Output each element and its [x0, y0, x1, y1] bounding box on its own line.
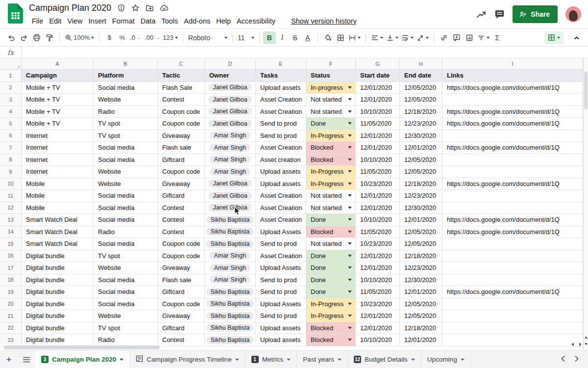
owner-cell[interactable]: Janet Gilboa: [205, 202, 256, 214]
row-number[interactable]: 6: [0, 130, 22, 142]
font-size-select[interactable]: 11: [236, 31, 256, 44]
status-cell[interactable]: In-Progress: [306, 166, 356, 178]
campaign-cell[interactable]: Digital bundle: [22, 250, 94, 263]
end-cell[interactable]: 12/05/2020: [400, 154, 442, 166]
row-number[interactable]: 1: [0, 70, 22, 82]
all-sheets-button[interactable]: [18, 351, 35, 368]
end-cell[interactable]: 12/23/2020: [400, 262, 442, 274]
tasks-cell[interactable]: Send to prod: [256, 274, 306, 287]
tasks-cell[interactable]: Asset Creation: [256, 94, 306, 106]
platform-cell[interactable]: Social media: [94, 238, 158, 250]
link-cell[interactable]: [442, 250, 583, 263]
tactic-cell[interactable]: Giveaway: [158, 130, 205, 142]
fill-color-button[interactable]: [321, 31, 334, 44]
end-cell[interactable]: 12/05/2020: [400, 226, 442, 238]
vertical-scrollbar-thumb[interactable]: [584, 71, 588, 109]
header-cell-tactic[interactable]: Tactic: [158, 70, 205, 82]
status-cell[interactable]: Blocked: [306, 334, 356, 346]
start-cell[interactable]: 11/05/2020: [356, 286, 400, 298]
status-cell[interactable]: Done: [306, 262, 356, 274]
formula-input[interactable]: [22, 47, 588, 58]
format-currency-button[interactable]: $: [103, 31, 116, 44]
tasks-cell[interactable]: Send to prod: [256, 118, 306, 130]
start-cell[interactable]: 12/01/2020: [356, 322, 400, 335]
campaign-cell[interactable]: Digital bundle: [22, 298, 94, 311]
menu-addons[interactable]: Add-ons: [181, 16, 213, 26]
increase-decimal-button[interactable]: .00→: [143, 31, 161, 44]
platform-cell[interactable]: Social media: [94, 298, 158, 311]
status-dropdown-icon[interactable]: [348, 255, 352, 257]
link-cell[interactable]: [442, 202, 583, 214]
owner-cell[interactable]: Sikhu Baptista: [205, 286, 256, 298]
font-family-select[interactable]: Roboto: [187, 31, 229, 44]
start-cell[interactable]: 10/10/2020: [356, 214, 400, 226]
owner-cell[interactable]: Janet Gilboa: [205, 190, 256, 202]
link-cell[interactable]: [442, 334, 583, 346]
text-color-button[interactable]: A: [301, 31, 314, 44]
column-header-C[interactable]: C: [158, 58, 205, 70]
tactic-cell[interactable]: Giftcard: [158, 154, 205, 166]
end-cell[interactable]: 12/23/2020: [400, 118, 442, 130]
status-dropdown-icon[interactable]: [348, 122, 352, 125]
owner-chip[interactable]: Janet Gilboa: [208, 83, 251, 91]
menu-data[interactable]: Data: [138, 16, 159, 26]
tasks-cell[interactable]: Asset Creation: [256, 202, 306, 214]
tasks-cell[interactable]: Upload Assets: [256, 262, 306, 274]
owner-cell[interactable]: Amar Singh: [205, 142, 256, 154]
tasks-cell[interactable]: Upload assets: [256, 166, 306, 178]
owner-chip[interactable]: Sikhu Baptista: [206, 324, 254, 332]
end-cell[interactable]: 12/01/2020: [400, 142, 442, 154]
end-cell[interactable]: 12/30/2020: [400, 130, 442, 142]
campaign-cell[interactable]: Digital bundle: [22, 310, 94, 322]
tab-menu-caret-icon[interactable]: [287, 359, 291, 361]
tactic-cell[interactable]: Flash sale: [158, 142, 205, 154]
start-cell[interactable]: 10/10/2020: [356, 334, 400, 346]
bold-button[interactable]: B: [263, 31, 276, 44]
start-cell[interactable]: 11/05/2020: [356, 166, 400, 178]
header-cell-status[interactable]: Status: [306, 70, 356, 82]
end-cell[interactable]: 12/18/2020: [400, 322, 442, 335]
end-cell[interactable]: 12/01/2020: [400, 286, 442, 298]
status-dropdown-icon[interactable]: [348, 207, 352, 209]
menu-edit[interactable]: Edit: [46, 16, 64, 26]
status-cell[interactable]: In-Progress: [306, 310, 356, 322]
tasks-cell[interactable]: Upload Assets: [256, 226, 306, 238]
sheet-tab-campaign-progress-timeline[interactable]: Campaign Progress Timeline: [130, 351, 245, 368]
start-cell[interactable]: 12/01/2020: [356, 142, 400, 154]
tactic-cell[interactable]: Contest: [158, 94, 205, 106]
start-cell[interactable]: 10/10/2020: [356, 274, 400, 287]
italic-button[interactable]: I: [276, 31, 289, 44]
platform-cell[interactable]: Radio: [94, 334, 158, 346]
row-number[interactable]: 2: [0, 82, 22, 94]
start-cell[interactable]: 11/05/2020: [356, 226, 400, 238]
campaign-cell[interactable]: Mobile + TV: [22, 118, 94, 130]
owner-chip[interactable]: Janet Gilboa: [208, 180, 251, 187]
tactic-cell[interactable]: Flash sale: [158, 274, 205, 287]
start-cell[interactable]: 12/01/2020: [356, 262, 400, 274]
owner-cell[interactable]: Amar Singh: [205, 166, 256, 178]
owner-chip[interactable]: Amar Singh: [210, 156, 250, 163]
vertical-align-button[interactable]: [385, 31, 400, 44]
link-cell[interactable]: [442, 154, 583, 166]
tactic-cell[interactable]: Coupon code: [158, 166, 205, 178]
platform-cell[interactable]: TV spot: [94, 118, 158, 130]
end-cell[interactable]: 12/30/2020: [400, 274, 442, 287]
tasks-cell[interactable]: Upload assets: [256, 334, 306, 346]
tactic-cell[interactable]: Flash Sale: [158, 82, 205, 94]
status-dropdown-icon[interactable]: [348, 110, 352, 113]
status-cell[interactable]: In-Progress: [306, 298, 356, 311]
start-cell[interactable]: 12/01/2020: [356, 130, 400, 142]
end-cell[interactable]: 12/05/2020: [400, 298, 442, 311]
owner-cell[interactable]: Sikhu Baptista: [205, 322, 256, 335]
status-dropdown-icon[interactable]: [348, 146, 352, 149]
tab-menu-caret-icon[interactable]: [235, 359, 239, 361]
number-format-button[interactable]: 123: [161, 31, 179, 44]
owner-chip[interactable]: Amar Singh: [210, 252, 250, 260]
start-cell[interactable]: 10/23/2020: [356, 298, 400, 311]
status-cell[interactable]: Not started: [306, 94, 356, 106]
start-cell[interactable]: 12/01/2020: [356, 82, 400, 94]
status-cell[interactable]: In-Progress: [306, 130, 356, 142]
status-cell[interactable]: Not started: [306, 238, 356, 250]
status-cell[interactable]: Not started: [306, 190, 356, 202]
end-cell[interactable]: 12/01/2020: [400, 214, 442, 226]
